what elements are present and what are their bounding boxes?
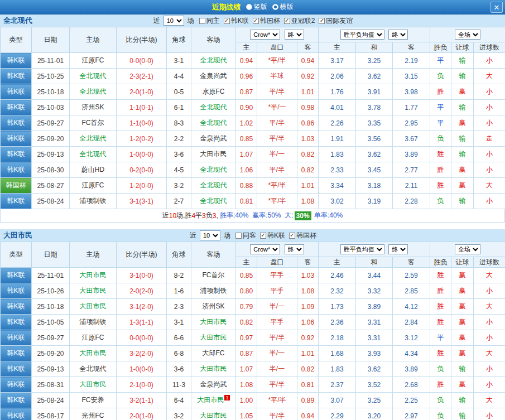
ah-away-odds: 0.94 <box>297 53 319 69</box>
checkbox-icon[interactable] <box>289 233 295 239</box>
euro-draw-odds: 3.19 <box>356 194 393 209</box>
odds-source-select[interactable]: Crow* <box>250 244 280 254</box>
close-button[interactable]: ✕ <box>490 2 503 13</box>
filter-option[interactable]: 同主 <box>199 16 220 26</box>
result: 负 <box>430 131 451 147</box>
table-row: 韩K联25-08-30蔚山HD0-2(0-0)4-5全北现代1.06平/半0.8… <box>1 162 505 178</box>
filter-option[interactable]: 韩国杯 <box>253 16 280 26</box>
odds-source-select[interactable]: Crow* <box>250 30 280 40</box>
col-home: 主场 <box>70 242 117 268</box>
score: 1-3(1-1) <box>117 315 167 330</box>
subcol-eu-draw: 和 <box>356 42 393 53</box>
score: 2-1(0-0) <box>117 377 167 393</box>
euro-home-odds: 2.29 <box>319 408 356 420</box>
radio-unselected-icon[interactable] <box>246 4 252 10</box>
away-team: 济州SK <box>191 299 236 315</box>
layout-horizontal-option[interactable]: 横版 <box>272 2 294 12</box>
score: 3-2(1-1) <box>117 393 167 408</box>
recent-count-select[interactable]: 10 <box>200 230 220 240</box>
ah-home-odds: 0.85 <box>236 131 257 147</box>
odds-time-select[interactable]: 终 <box>285 30 304 40</box>
summary-segment: 4 <box>191 212 195 220</box>
score: 0-2(0-0) <box>117 162 167 178</box>
away-team: 金泉尚武 <box>191 69 236 84</box>
col-date: 日期 <box>32 27 70 53</box>
checkbox-icon[interactable] <box>235 233 242 239</box>
result: 胜 <box>430 315 451 330</box>
checkbox-icon[interactable] <box>260 233 266 239</box>
euro-away-odds: 2.97 <box>393 408 430 420</box>
checkbox-icon[interactable] <box>199 18 205 24</box>
home-team: 蔚山HD <box>70 162 117 178</box>
table-row: 韩K联25-09-13全北现代1-0(0-0)3-6大田市民1.07半/一0.8… <box>1 147 505 162</box>
euro-time-select[interactable]: 终 <box>388 244 408 254</box>
scope-controls: 全场 <box>430 242 505 257</box>
checkbox-icon[interactable] <box>319 18 325 24</box>
ah-home-odds: 1.07 <box>236 361 257 377</box>
goals-result: 大 <box>474 299 505 315</box>
team-title: 全北现代 <box>3 16 32 26</box>
euro-home-odds: 1.73 <box>319 299 356 315</box>
goals-result: 小 <box>474 162 505 178</box>
ah-home-odds: 0.81 <box>236 194 257 209</box>
handicap-result: 输 <box>451 131 474 147</box>
euro-home-odds: 2.26 <box>319 115 356 131</box>
recent-count-select[interactable]: 10 <box>163 16 184 26</box>
euro-home-odds: 2.37 <box>319 377 356 393</box>
euro-time-select[interactable]: 终 <box>388 30 408 40</box>
home-team: 大田市民 <box>70 268 117 283</box>
euro-home-odds: 2.06 <box>319 69 356 84</box>
checkbox-icon[interactable] <box>284 18 290 24</box>
ah-line: *平/半 <box>257 53 297 69</box>
corner-score: 1-6 <box>167 283 191 299</box>
summary-segment: 近 <box>162 211 169 220</box>
subcol-eu-draw: 和 <box>356 257 393 268</box>
euro-draw-odds: 3.32 <box>356 283 393 299</box>
checkbox-icon[interactable] <box>253 18 259 24</box>
corner-score: 6-8 <box>167 346 191 361</box>
table-row: 韩K联25-09-20全北现代1-2(0-2)2-2金泉尚武0.85平/半1.0… <box>1 131 505 147</box>
col-home: 主场 <box>70 27 117 53</box>
filter-option[interactable]: 韩国杯 <box>289 231 316 240</box>
ah-away-odds: 0.89 <box>297 393 319 408</box>
match-date: 25-10-05 <box>32 315 70 330</box>
league-type-badge: 韩K联 <box>1 283 32 299</box>
euro-avg-select[interactable]: 胜平负均值 <box>340 30 384 40</box>
home-team: FC首尔 <box>70 115 117 131</box>
odds-time-select[interactable]: 终 <box>285 244 304 254</box>
handicap-result: 赢 <box>451 178 474 194</box>
filter-option[interactable]: 同客 <box>235 231 256 240</box>
ah-home-odds: 1.02 <box>236 115 257 131</box>
checkbox-icon[interactable] <box>224 18 230 24</box>
handicap-result: 赢 <box>451 330 474 346</box>
ah-line: 平/半 <box>257 408 297 420</box>
euro-home-odds: 2.33 <box>319 162 356 178</box>
scope-select[interactable]: 全场 <box>455 244 480 254</box>
home-team: 光州FC <box>70 408 117 420</box>
filter-option[interactable]: 亚冠联2 <box>284 16 315 26</box>
ah-away-odds: 0.82 <box>297 361 319 377</box>
ah-home-odds: 0.87 <box>236 346 257 361</box>
result: 胜 <box>430 283 451 299</box>
euro-draw-odds: 3.25 <box>356 53 393 69</box>
score: 1-0(0-0) <box>117 147 167 162</box>
goals-result: 小 <box>474 361 505 377</box>
match-date: 25-10-26 <box>32 283 70 299</box>
scope-select[interactable]: 全场 <box>455 30 480 40</box>
ah-away-odds: 1.03 <box>297 131 319 147</box>
euro-avg-select[interactable]: 胜平负均值 <box>340 244 384 254</box>
league-type-badge: 韩K联 <box>1 84 32 100</box>
subcol-ah-home: 主 <box>236 42 257 53</box>
radio-selected-icon[interactable] <box>272 4 278 10</box>
layout-vertical-option[interactable]: 竖版 <box>246 2 267 12</box>
goals-result: 小 <box>474 315 505 330</box>
filter-option[interactable]: 国际友谊 <box>319 16 353 26</box>
filter-bar: 近10场同客韩K联韩国杯 <box>189 230 316 240</box>
summary-segment: 30% <box>295 211 311 220</box>
matches-table: 类型 日期 主场 比分(半场) 角球 客场 Crow* 终 胜平负均值 终 <box>0 242 505 420</box>
away-team: 大田市民 <box>191 330 236 346</box>
filter-option[interactable]: 韩K联 <box>224 16 249 26</box>
score: 1-0(0-0) <box>117 361 167 377</box>
table-row: 韩K联25-08-31大田市民2-1(0-0)11-3金泉尚武1.08平/半0.… <box>1 377 505 393</box>
filter-option[interactable]: 韩K联 <box>260 231 285 240</box>
